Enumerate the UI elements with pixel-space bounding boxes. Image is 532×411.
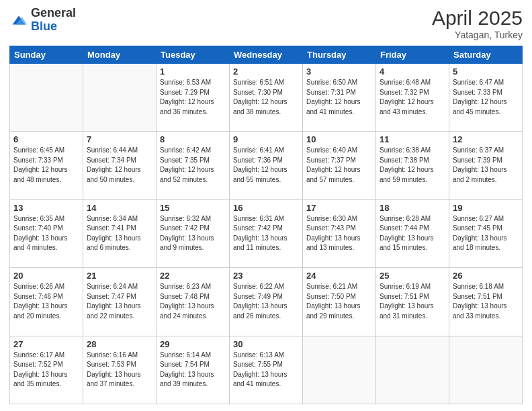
day-info: Sunrise: 6:44 AM Sunset: 7:34 PM Dayligh… xyxy=(87,146,152,185)
calendar-cell: 20Sunrise: 6:26 AM Sunset: 7:46 PM Dayli… xyxy=(10,268,83,336)
calendar-cell: 9Sunrise: 6:41 AM Sunset: 7:36 PM Daylig… xyxy=(230,132,303,199)
calendar-cell: 29Sunrise: 6:14 AM Sunset: 7:54 PM Dayli… xyxy=(157,336,230,404)
day-number: 15 xyxy=(160,203,226,213)
day-number: 13 xyxy=(13,203,79,213)
calendar-cell: 15Sunrise: 6:32 AM Sunset: 7:42 PM Dayli… xyxy=(157,199,230,267)
day-number: 28 xyxy=(87,339,152,349)
calendar-cell: 11Sunrise: 6:38 AM Sunset: 7:38 PM Dayli… xyxy=(376,132,449,199)
day-info: Sunrise: 6:37 AM Sunset: 7:39 PM Dayligh… xyxy=(453,146,519,185)
day-number: 26 xyxy=(453,271,519,281)
calendar-cell: 12Sunrise: 6:37 AM Sunset: 7:39 PM Dayli… xyxy=(449,132,523,199)
calendar-cell: 27Sunrise: 6:17 AM Sunset: 7:52 PM Dayli… xyxy=(10,336,83,404)
calendar-cell: 17Sunrise: 6:30 AM Sunset: 7:43 PM Dayli… xyxy=(303,199,376,267)
calendar-cell: 30Sunrise: 6:13 AM Sunset: 7:55 PM Dayli… xyxy=(230,336,303,404)
day-info: Sunrise: 6:27 AM Sunset: 7:45 PM Dayligh… xyxy=(453,214,519,253)
calendar-cell: 21Sunrise: 6:24 AM Sunset: 7:47 PM Dayli… xyxy=(83,268,157,336)
logo-blue-text: Blue xyxy=(31,20,76,34)
day-info: Sunrise: 6:31 AM Sunset: 7:42 PM Dayligh… xyxy=(233,214,299,253)
calendar-cell xyxy=(10,64,83,132)
day-info: Sunrise: 6:26 AM Sunset: 7:46 PM Dayligh… xyxy=(13,282,79,321)
calendar-cell: 14Sunrise: 6:34 AM Sunset: 7:41 PM Dayli… xyxy=(83,199,157,267)
day-info: Sunrise: 6:53 AM Sunset: 7:29 PM Dayligh… xyxy=(160,78,226,117)
calendar-cell xyxy=(449,336,523,404)
day-info: Sunrise: 6:19 AM Sunset: 7:51 PM Dayligh… xyxy=(380,282,445,321)
day-info: Sunrise: 6:40 AM Sunset: 7:37 PM Dayligh… xyxy=(306,146,372,185)
day-number: 10 xyxy=(306,134,372,144)
day-number: 5 xyxy=(453,66,519,77)
day-info: Sunrise: 6:32 AM Sunset: 7:42 PM Dayligh… xyxy=(160,214,226,253)
day-number: 27 xyxy=(13,339,79,349)
calendar-cell: 5Sunrise: 6:47 AM Sunset: 7:33 PM Daylig… xyxy=(449,64,523,132)
calendar-header-tuesday: Tuesday xyxy=(157,46,230,64)
header: General Blue April 2025 Yatagan, Turkey xyxy=(9,7,523,40)
day-number: 19 xyxy=(453,203,519,213)
month-title: April 2025 xyxy=(432,7,523,30)
calendar-header-friday: Friday xyxy=(376,46,449,64)
day-number: 22 xyxy=(160,271,226,281)
day-number: 14 xyxy=(87,203,152,213)
calendar-cell: 10Sunrise: 6:40 AM Sunset: 7:37 PM Dayli… xyxy=(303,132,376,199)
day-number: 24 xyxy=(306,271,372,281)
calendar-cell: 22Sunrise: 6:23 AM Sunset: 7:48 PM Dayli… xyxy=(157,268,230,336)
day-info: Sunrise: 6:47 AM Sunset: 7:33 PM Dayligh… xyxy=(453,78,519,117)
calendar-week-1: 1Sunrise: 6:53 AM Sunset: 7:29 PM Daylig… xyxy=(10,64,523,132)
day-number: 4 xyxy=(380,66,445,77)
calendar-cell: 1Sunrise: 6:53 AM Sunset: 7:29 PM Daylig… xyxy=(157,64,230,132)
calendar-cell: 13Sunrise: 6:35 AM Sunset: 7:40 PM Dayli… xyxy=(10,199,83,267)
day-info: Sunrise: 6:18 AM Sunset: 7:51 PM Dayligh… xyxy=(453,282,519,321)
day-info: Sunrise: 6:23 AM Sunset: 7:48 PM Dayligh… xyxy=(160,282,226,321)
day-info: Sunrise: 6:28 AM Sunset: 7:44 PM Dayligh… xyxy=(380,214,445,253)
calendar-cell: 25Sunrise: 6:19 AM Sunset: 7:51 PM Dayli… xyxy=(376,268,449,336)
day-number: 6 xyxy=(13,134,79,144)
day-info: Sunrise: 6:41 AM Sunset: 7:36 PM Dayligh… xyxy=(233,146,299,185)
day-number: 17 xyxy=(306,203,372,213)
calendar-cell: 19Sunrise: 6:27 AM Sunset: 7:45 PM Dayli… xyxy=(449,199,523,267)
calendar-header-row: SundayMondayTuesdayWednesdayThursdayFrid… xyxy=(10,46,523,64)
calendar-header-saturday: Saturday xyxy=(449,46,523,64)
calendar-cell: 8Sunrise: 6:42 AM Sunset: 7:35 PM Daylig… xyxy=(157,132,230,199)
day-info: Sunrise: 6:17 AM Sunset: 7:52 PM Dayligh… xyxy=(13,351,79,390)
calendar-header-monday: Monday xyxy=(83,46,157,64)
day-info: Sunrise: 6:34 AM Sunset: 7:41 PM Dayligh… xyxy=(87,214,152,253)
day-number: 29 xyxy=(160,339,226,349)
calendar-week-5: 27Sunrise: 6:17 AM Sunset: 7:52 PM Dayli… xyxy=(10,336,523,404)
calendar-cell: 2Sunrise: 6:51 AM Sunset: 7:30 PM Daylig… xyxy=(230,64,303,132)
day-info: Sunrise: 6:24 AM Sunset: 7:47 PM Dayligh… xyxy=(87,282,152,321)
calendar-cell xyxy=(83,64,157,132)
day-info: Sunrise: 6:21 AM Sunset: 7:50 PM Dayligh… xyxy=(306,282,372,321)
day-number: 25 xyxy=(380,271,445,281)
day-number: 3 xyxy=(306,66,372,77)
calendar-cell: 24Sunrise: 6:21 AM Sunset: 7:50 PM Dayli… xyxy=(303,268,376,336)
day-number: 7 xyxy=(87,134,152,144)
day-info: Sunrise: 6:42 AM Sunset: 7:35 PM Dayligh… xyxy=(160,146,226,185)
calendar-cell: 6Sunrise: 6:45 AM Sunset: 7:33 PM Daylig… xyxy=(10,132,83,199)
day-info: Sunrise: 6:30 AM Sunset: 7:43 PM Dayligh… xyxy=(306,214,372,253)
logo-icon xyxy=(9,11,28,30)
calendar-cell: 7Sunrise: 6:44 AM Sunset: 7:34 PM Daylig… xyxy=(83,132,157,199)
calendar-cell: 28Sunrise: 6:16 AM Sunset: 7:53 PM Dayli… xyxy=(83,336,157,404)
logo: General Blue xyxy=(9,7,76,34)
day-number: 2 xyxy=(233,66,299,77)
calendar-cell xyxy=(303,336,376,404)
day-number: 8 xyxy=(160,134,226,144)
calendar-cell: 18Sunrise: 6:28 AM Sunset: 7:44 PM Dayli… xyxy=(376,199,449,267)
day-number: 12 xyxy=(453,134,519,144)
calendar-header-wednesday: Wednesday xyxy=(230,46,303,64)
logo-text: General Blue xyxy=(31,7,76,34)
day-number: 9 xyxy=(233,134,299,144)
page: General Blue April 2025 Yatagan, Turkey … xyxy=(0,0,532,411)
day-info: Sunrise: 6:38 AM Sunset: 7:38 PM Dayligh… xyxy=(380,146,445,185)
calendar-header-sunday: Sunday xyxy=(10,46,83,64)
day-number: 23 xyxy=(233,271,299,281)
day-info: Sunrise: 6:13 AM Sunset: 7:55 PM Dayligh… xyxy=(233,351,299,390)
day-info: Sunrise: 6:35 AM Sunset: 7:40 PM Dayligh… xyxy=(13,214,79,253)
day-info: Sunrise: 6:16 AM Sunset: 7:53 PM Dayligh… xyxy=(87,351,152,390)
day-number: 1 xyxy=(160,66,226,77)
calendar-cell: 4Sunrise: 6:48 AM Sunset: 7:32 PM Daylig… xyxy=(376,64,449,132)
day-info: Sunrise: 6:45 AM Sunset: 7:33 PM Dayligh… xyxy=(13,146,79,185)
day-info: Sunrise: 6:14 AM Sunset: 7:54 PM Dayligh… xyxy=(160,351,226,390)
calendar-cell: 16Sunrise: 6:31 AM Sunset: 7:42 PM Dayli… xyxy=(230,199,303,267)
calendar-table: SundayMondayTuesdayWednesdayThursdayFrid… xyxy=(9,46,523,404)
day-number: 16 xyxy=(233,203,299,213)
day-number: 30 xyxy=(233,339,299,349)
